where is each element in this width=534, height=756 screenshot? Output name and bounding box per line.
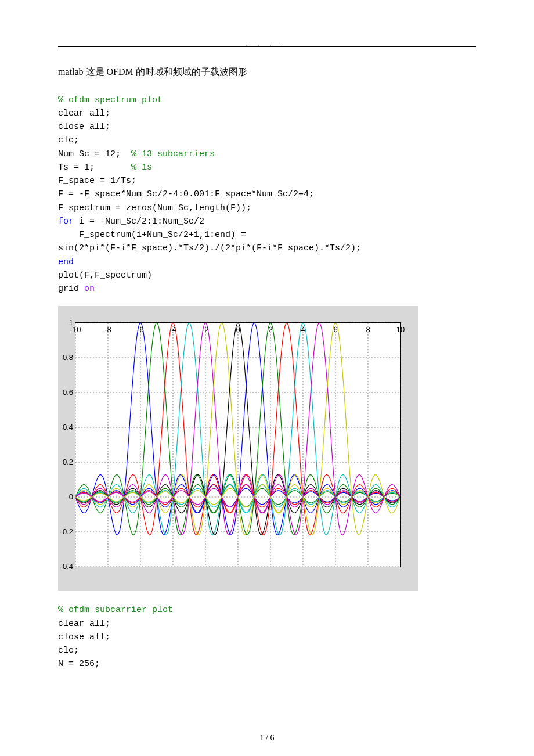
x-tick-label: 0 bbox=[236, 324, 240, 336]
chart-axes: -10-8-6-4-20246810 -0.4-0.200.20.40.60.8… bbox=[75, 322, 401, 567]
x-tick-label: -8 bbox=[104, 324, 111, 336]
y-tick-label: 0.6 bbox=[56, 387, 73, 399]
code-keyword: end bbox=[58, 257, 74, 267]
code-keyword: for bbox=[58, 217, 74, 226]
page-number: 1 / 6 bbox=[260, 732, 275, 744]
code-line: sin(2*pi*(F-i*F_space).*Ts/2)./(2*pi*(F-… bbox=[58, 243, 361, 253]
y-tick-label: 0.4 bbox=[56, 422, 73, 434]
chart-figure: -10-8-6-4-20246810 -0.4-0.200.20.40.60.8… bbox=[58, 306, 418, 591]
code-comment: % 13 subcarriers bbox=[131, 149, 215, 159]
code-line: clear all; bbox=[58, 619, 110, 629]
document-page: . . . . matlab 这是 OFDM 的时域和频域的子载波图形 % of… bbox=[0, 0, 534, 756]
page-title: matlab 这是 OFDM 的时域和频域的子载波图形 bbox=[58, 64, 476, 80]
code-comment: % ofdm subcarrier plot bbox=[58, 605, 173, 615]
code-line: close all; bbox=[58, 632, 110, 642]
code-line: plot(F,F_spectrum) bbox=[58, 271, 152, 280]
code-line: clear all; bbox=[58, 109, 110, 118]
code-comment: % 1s bbox=[131, 163, 152, 172]
code-line: grid bbox=[58, 284, 84, 294]
y-tick-label: 0 bbox=[56, 491, 73, 503]
code-block-2: % ofdm subcarrier plot clear all; close … bbox=[58, 603, 476, 671]
chart-svg bbox=[75, 323, 400, 567]
code-line: close all; bbox=[58, 122, 110, 132]
y-tick-label: 0.2 bbox=[56, 456, 73, 469]
code-line: clc; bbox=[58, 135, 79, 145]
y-tick-label: 0.8 bbox=[56, 352, 73, 364]
code-line: clc; bbox=[58, 646, 79, 656]
code-line: Ts = 1; bbox=[58, 163, 131, 172]
code-line: F_spectrum(i+Num_Sc/2+1,1:end) = bbox=[58, 230, 246, 240]
code-line: Num_Sc = 12; bbox=[58, 149, 131, 159]
y-tick-label: -0.4 bbox=[56, 561, 73, 573]
x-tick-label: 4 bbox=[301, 324, 305, 336]
code-comment: % ofdm spectrum plot bbox=[58, 95, 163, 105]
x-tick-label: -4 bbox=[169, 324, 176, 336]
code-line: i = -Num_Sc/2:1:Num_Sc/2 bbox=[74, 217, 204, 226]
x-tick-label: 2 bbox=[268, 324, 272, 336]
code-line: F = -F_space*Num_Sc/2-4:0.001:F_space*Nu… bbox=[58, 189, 314, 199]
header-rule: . . . . bbox=[58, 46, 476, 47]
x-tick-label: 6 bbox=[333, 324, 337, 336]
header-dots: . . . . bbox=[246, 40, 288, 49]
x-tick-label: -2 bbox=[202, 324, 209, 336]
x-tick-label: -6 bbox=[137, 324, 144, 336]
x-tick-label: 10 bbox=[396, 324, 405, 336]
chart-outer-frame: -10-8-6-4-20246810 -0.4-0.200.20.40.60.8… bbox=[58, 306, 418, 591]
code-string: on bbox=[84, 284, 95, 294]
code-block-1: % ofdm spectrum plot clear all; close al… bbox=[58, 93, 476, 296]
code-line: F_space = 1/Ts; bbox=[58, 176, 136, 186]
code-line: F_spectrum = zeros(Num_Sc,length(F)); bbox=[58, 203, 251, 213]
y-tick-label: 1 bbox=[56, 317, 73, 329]
x-tick-label: 8 bbox=[366, 324, 370, 336]
code-line: N = 256; bbox=[58, 659, 100, 669]
y-tick-label: -0.2 bbox=[56, 526, 73, 538]
